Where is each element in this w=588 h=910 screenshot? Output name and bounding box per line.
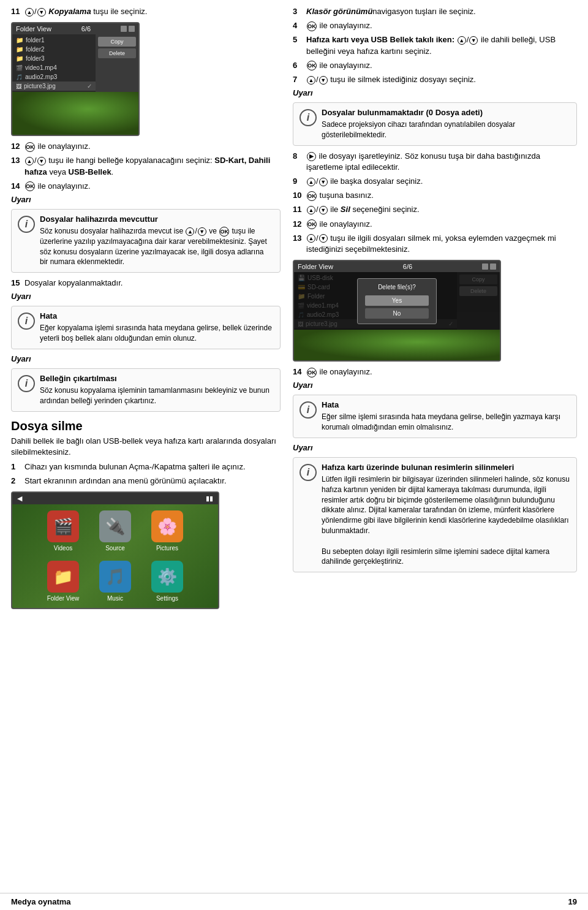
folder-view-title-2: Folder View [298,263,333,270]
warning-text-hata: Eğer kopyalama işlemi sırasında hata mey… [40,323,274,344]
dosya-silme-intro: Dahili bellek ile bağlı olan USB-bellek … [11,436,281,458]
menu-item-pictures[interactable]: 🌸 Pictures [146,510,189,552]
menu-item-settings[interactable]: ⚙️ Settings [146,561,189,602]
warning-box-bellek: i Belleğin çıkartılması Söz konusu kopya… [11,368,281,412]
step-text-13: ▲/▼ tuşu ile hangi belleğe kopyalanacağı… [24,155,281,177]
sil-text: Sil [341,205,350,214]
step-text-14l: OK ile onaylayınız. [24,181,91,192]
step-number-r3: 3 [293,6,306,17]
folder-view-body-1: 📁 folder1 📁 folder2 📁 folder3 🎬 [12,34,138,92]
page-container: 11 ▲/▼ Kopyalama tuşu ile seçiniz. Folde… [0,0,588,910]
nav-up-icon: ▲ [25,8,34,17]
menu-item-source[interactable]: 🔌 Source [94,510,137,552]
menu-header-left: ◀ [17,495,22,502]
fv2-body-wrap: 💾 USB-disk 💳 SD-card 📁 Folder [294,272,500,330]
menu-body: 🎬 Videos 🔌 Source 🌸 Pictures [12,504,218,608]
step-15: 15 Dosyalar kopyalanmaktadır. [11,278,281,289]
folder-view-1: Folder View 6/6 📁 folder1 📁 [11,22,140,136]
nav-down-icon-r7: ▼ [319,76,328,85]
step-r-7: 7 ▲/▼ tuşu ile silmek istediğiniz dosyay… [293,74,577,85]
dialog-yes-btn[interactable]: Yes [365,295,429,306]
step-number-r4: 4 [293,20,306,31]
warning-text-dosyalar: Söz konusu dosyalar halihazırda mevcut i… [40,226,274,267]
folder-item-folder3: 📁 folder3 [12,54,96,63]
step-number-r8: 8 [293,151,306,162]
folder-list-1: 📁 folder1 📁 folder2 📁 folder3 🎬 [12,34,96,92]
step-text-12: OK ile onaylayınız. [24,141,91,152]
warning-icon-bellek: i [18,375,35,392]
step-text-r3: Klasör görünümünavigasyon tuşları ile se… [306,6,476,17]
footer-page-number: 19 [568,897,577,906]
step-text-r7: ▲/▼ tuşu ile silmek istediğiniz dosyayı … [306,74,476,85]
usb-bellek-text: USB-Bellek [69,167,111,176]
folder-item-folder1: 📁 folder1 [12,36,96,45]
dialog-buttons: Yes No [365,295,429,319]
step-text-r13: ▲/▼ tuşu ile ilgili dosyaları silmek mi,… [306,233,577,255]
step-text-r12: OK ile onaylayınız. [306,219,372,230]
warning-box-hata: i Hata Eğer kopyalama işlemi sırasında h… [11,306,281,349]
page-footer: Medya oynatma 19 [0,893,588,910]
copy-button-fv1[interactable]: Copy [98,37,136,47]
warning-icon-hata: i [18,313,35,330]
nav-up-icon-r5: ▲ [458,36,466,45]
folder-item-audio2: 🎵 audio2.mp3 [12,72,96,82]
step-text-r11: ▲/▼ ile Sil seçeneğini seçiniz. [306,204,420,215]
warning-title-hata2: Hata [322,400,570,409]
warning-content-hata2: Hata Eğer silme işlemi sırasında hata me… [322,400,570,433]
step-text-ds2: Start ekranının ardından ana menü görünü… [24,476,227,487]
step-number-r7: 7 [293,74,306,85]
step-13: 13 ▲/▼ tuşu ile hangi belleğe kopyalanac… [11,155,281,177]
nav-down-icon-13: ▼ [37,157,46,165]
warning-title-resimler: Hafıza kartı üzerinde bulunan resimlerin… [322,463,570,472]
menu-item-videos[interactable]: 🎬 Videos [42,510,85,552]
footer-left-text: Medya oynatma [11,897,71,906]
warning-icon-hata2: i [300,401,317,419]
nav-down-icon-r9: ▼ [319,178,328,186]
menu-icon-videos: 🎬 [47,510,79,542]
step-number-11: 11 [11,6,24,17]
menu-icon-source: 🔌 [99,510,131,542]
menu-icon-pictures: 🌸 [151,510,183,542]
menu-item-music[interactable]: 🎵 Music [94,561,137,602]
folder-view-header-1: Folder View 6/6 [12,23,138,34]
warning-content-hata: Hata Eğer kopyalama işlemi sırasında hat… [40,311,274,344]
main-content: 11 ▲/▼ Kopyalama tuşu ile seçiniz. Folde… [0,0,588,893]
folder-view-count-1: 6/6 [81,25,91,32]
warning-content-resimler: Hafıza kartı üzerinde bulunan resimlerin… [322,463,570,567]
menu-item-folderview[interactable]: 📁 Folder View [42,561,85,602]
warning-text-resimler: Lütfen ilgili resimlerin bir bilgisayar … [322,474,570,567]
warning-box-dosyalar: i Dosyalar halihazırda mevcuttur Söz kon… [11,209,281,273]
nav-up-icon-r11: ▲ [307,206,315,214]
dosya-silme-title: Dosya silme [11,419,281,433]
warning-icon-dosyalar-r: i [300,109,317,126]
dialog-overlay: Delete file(s)? Yes No [294,272,500,330]
step-text-ds1: Cihazı yan kısmında bulunan Açma-/Kapatm… [24,461,246,472]
warning-box-resimler: i Hafıza kartı üzerinde bulunan resimler… [293,457,577,572]
menu-label-settings: Settings [156,595,178,602]
folder-view-bg-1 [12,92,138,135]
step-r-14: 14 OK ile onaylayınız. [293,366,577,377]
step-number-r14: 14 [293,366,306,377]
warning-title-dosyalar-r: Dosyalar bulunmamaktadır (0 Dosya adeti) [322,108,570,117]
step-text-r5: Hafıza kartı veya USB Bellek takılı iken… [306,34,577,56]
dialog-no-btn[interactable]: No [365,308,429,319]
ok-icon-r6: OK [307,61,317,70]
ok-icon-r12: OK [307,219,317,229]
menu-icon-music: 🎵 [99,561,131,593]
step-r-8: 8 ▶ ile dosyayı işaretleyiniz. Söz konus… [293,151,577,173]
uyari-label-bellek: Uyarı [11,354,281,363]
warning-box-hata2: i Hata Eğer silme işlemi sırasında hata … [293,395,577,438]
uyari-label-dosyalar-r: Uyarı [293,88,577,97]
folder-item-picture3: 🖼 picture3.jpg ✓ [12,82,96,91]
left-column: 11 ▲/▼ Kopyalama tuşu ile seçiniz. Folde… [11,6,281,887]
warning-text-dosyalar-r: Sadece projeksiyon cihazı tarafından oyn… [322,119,570,140]
step-number-r13: 13 [293,233,306,244]
step-12: 12 OK ile onaylayınız. [11,141,281,152]
delete-button-fv1[interactable]: Delete [98,48,136,58]
nav-up-icon-r7: ▲ [307,76,315,85]
step-r-3: 3 Klasör görünümünavigasyon tuşları ile … [293,6,577,17]
step-number-ds1: 1 [11,461,24,472]
play-icon-r8: ▶ [307,152,316,161]
step-number-r12: 12 [293,219,306,230]
warning-title-bellek: Belleğin çıkartılması [40,374,274,383]
